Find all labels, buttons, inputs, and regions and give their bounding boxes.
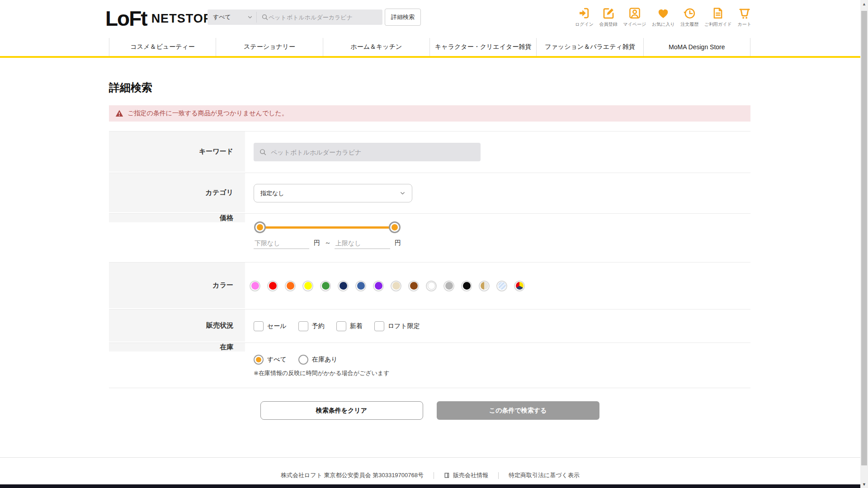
category-label: カテゴリ: [109, 173, 245, 213]
color-swatch-yellow[interactable]: [302, 281, 313, 291]
color-swatch-pink[interactable]: [250, 281, 260, 291]
heart-icon: [656, 6, 670, 20]
new-checkbox[interactable]: [336, 321, 346, 331]
color-swatch-purple[interactable]: [373, 281, 384, 291]
register-icon: [602, 6, 615, 20]
footer-seller-info-label: 販売会社情報: [453, 471, 488, 479]
color-swatch-brown[interactable]: [408, 281, 419, 291]
color-swatch-gray[interactable]: [443, 281, 454, 291]
color-swatch-clear[interactable]: [496, 281, 507, 291]
search-with-conditions-button[interactable]: この条件で検索する: [437, 401, 599, 420]
cart-link[interactable]: カート: [737, 6, 751, 28]
bottom-dark-band: [0, 484, 860, 488]
color-swatch-multicolor[interactable]: [514, 281, 525, 291]
search-form: キーワード カテゴリ 指定なし 価格: [109, 131, 750, 388]
scrollbar[interactable]: ▲ ▼: [860, 0, 868, 488]
category-row: カテゴリ 指定なし: [109, 173, 750, 214]
radio-stock-available[interactable]: 在庫あり: [298, 355, 338, 365]
color-swatch-beige[interactable]: [391, 281, 401, 291]
keyword-input[interactable]: [271, 149, 475, 156]
nav-item-cosme-beauty[interactable]: コスメ＆ビューティー: [109, 38, 216, 56]
login-label: ログイン: [575, 21, 594, 28]
mypage-label: マイページ: [623, 21, 646, 28]
sale-checkbox-label: セール: [267, 322, 287, 330]
color-swatch-blue[interactable]: [355, 281, 366, 291]
checkbox-loft-limited[interactable]: ロフト限定: [374, 321, 420, 331]
price-range-slider[interactable]: [260, 226, 395, 229]
price-slider-min-handle[interactable]: [254, 221, 266, 233]
register-label: 会員登録: [599, 21, 618, 28]
color-swatch-navy[interactable]: [338, 281, 349, 291]
color-swatch-row: [250, 281, 525, 291]
color-swatch-white[interactable]: [426, 281, 437, 291]
clear-conditions-button[interactable]: 検索条件をクリア: [260, 401, 423, 420]
sales-status-label: 販売状況: [109, 310, 245, 343]
checkbox-sale[interactable]: セール: [254, 321, 287, 331]
color-swatch-orange[interactable]: [285, 281, 296, 291]
favorites-link[interactable]: お気に入り: [652, 6, 675, 28]
nav-item-moma-design-store[interactable]: MoMA Design Store: [643, 38, 750, 56]
nav-item-fashion-variety[interactable]: ファッション＆バラエティ雑貨: [536, 38, 643, 56]
mypage-icon: [628, 6, 642, 20]
color-swatch-black[interactable]: [461, 281, 472, 291]
guide-link[interactable]: ご利用ガイド: [704, 6, 732, 28]
price-min-unit: 円: [314, 239, 320, 247]
price-max-input[interactable]: [335, 239, 390, 249]
mypage-link[interactable]: マイページ: [623, 6, 646, 28]
alert-text: ご指定の条件に一致する商品が見つかりませんでした。: [127, 109, 288, 117]
favorites-label: お気に入り: [652, 21, 675, 28]
sales-status-row: 販売状況 セール 予約 新着: [109, 310, 750, 343]
stock-all-radio-label: すべて: [267, 356, 287, 364]
price-slider-max-handle[interactable]: [389, 221, 401, 233]
price-min-input[interactable]: [254, 239, 309, 249]
cart-icon: [738, 6, 751, 20]
scrollbar-up-arrow[interactable]: ▲: [860, 0, 868, 8]
footer-tokushoho-link[interactable]: 特定商取引法に基づく表示: [509, 471, 580, 479]
stock-label: 在庫: [109, 343, 245, 352]
scrollbar-down-arrow[interactable]: ▼: [860, 480, 868, 488]
nav-item-home-kitchen[interactable]: ホーム＆キッチン: [323, 38, 429, 56]
order-history-link[interactable]: 注文履歴: [680, 6, 698, 28]
order-history-label: 注文履歴: [680, 21, 698, 28]
preorder-checkbox[interactable]: [298, 321, 308, 331]
chevron-down-icon: [247, 14, 253, 20]
price-row: 価格 円 ～ 円: [109, 214, 750, 263]
stock-row: 在庫 すべて 在庫あり ※在庫情報の反映に時間がかかる場合がございます: [109, 343, 750, 388]
color-row: カラー: [109, 263, 750, 310]
color-swatch-gold-silver[interactable]: [479, 281, 490, 291]
search-icon: [261, 14, 269, 21]
footer-seller-info-link[interactable]: 販売会社情報: [444, 471, 488, 479]
header-search-bar: すべて: [208, 9, 382, 25]
loft-limited-checkbox[interactable]: [374, 321, 384, 331]
checkbox-preorder[interactable]: 予約: [298, 321, 325, 331]
color-swatch-red[interactable]: [267, 281, 278, 291]
color-swatch-green[interactable]: [320, 281, 331, 291]
header-search-input[interactable]: [269, 14, 377, 21]
stock-all-radio[interactable]: [254, 355, 264, 365]
nav-item-character-creator[interactable]: キャラクター・クリエイター雑貨: [429, 38, 536, 56]
keyword-input-box: [254, 143, 481, 161]
register-link[interactable]: 会員登録: [599, 6, 618, 28]
footer: 株式会社ロフト 東京都公安委員会 第303319700768号 販売会社情報 特…: [0, 457, 860, 479]
guide-icon: [711, 6, 725, 20]
keyword-row: キーワード: [109, 131, 750, 173]
price-max-unit: 円: [395, 239, 401, 247]
stock-available-radio[interactable]: [298, 355, 308, 365]
radio-stock-all[interactable]: すべて: [254, 355, 287, 365]
nav-item-stationery[interactable]: ステーショナリー: [216, 38, 322, 56]
search-icon: [259, 148, 267, 156]
category-select[interactable]: 指定なし: [254, 184, 412, 202]
advanced-search-button[interactable]: 詳細検索: [385, 9, 421, 26]
login-link[interactable]: ログイン: [575, 6, 594, 28]
search-category-select[interactable]: すべて: [208, 9, 256, 25]
loft-netstore-logo[interactable]: LoFt NETSTORE: [105, 8, 221, 29]
new-checkbox-label: 新着: [350, 322, 363, 330]
footer-company-text: 株式会社ロフト 東京都公安委員会 第303319700768号: [281, 471, 424, 479]
checkbox-new[interactable]: 新着: [336, 321, 363, 331]
preorder-checkbox-label: 予約: [312, 322, 325, 330]
footer-separator: [498, 472, 499, 479]
price-separator: ～: [325, 239, 331, 247]
history-icon: [683, 6, 696, 20]
scrollbar-thumb[interactable]: [861, 11, 867, 465]
sale-checkbox[interactable]: [254, 321, 264, 331]
